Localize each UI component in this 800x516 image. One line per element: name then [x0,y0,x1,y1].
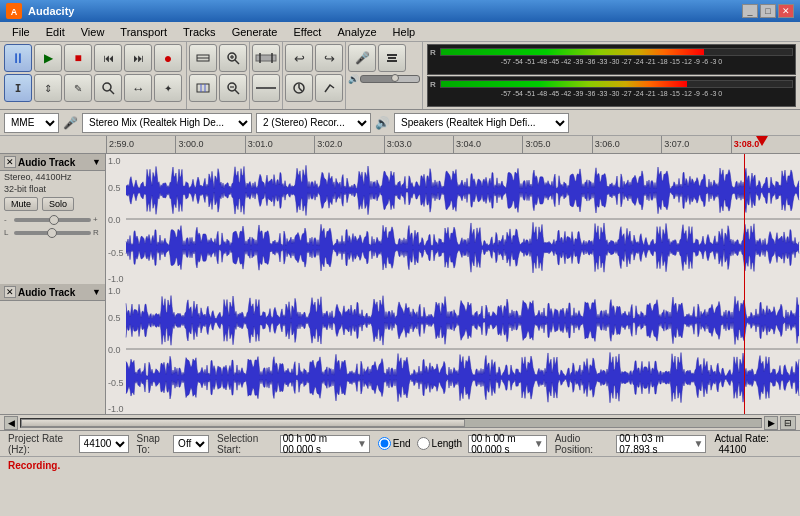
skip-start-button[interactable]: ⏮ [94,44,122,72]
draw-tool-button[interactable]: ✎ [64,74,92,102]
trim-button2[interactable] [285,74,313,102]
svg-rect-16 [256,55,276,61]
draw-mode-button[interactable] [315,74,343,102]
audio-position-value[interactable]: 00 h 03 m 07.893 s ▼ [616,435,706,453]
project-rate-select[interactable]: 44100 [79,435,129,453]
zoom-out-button[interactable] [219,74,247,102]
play-button[interactable]: ▶ [34,44,62,72]
scroll-track[interactable] [20,418,762,428]
driver-select[interactable]: MME [4,113,59,133]
maximize-button[interactable]: □ [760,4,776,18]
track-2-waveform[interactable] [106,284,800,414]
scroll-left-button[interactable]: ◀ [4,416,18,430]
track-1-dropdown[interactable]: ▼ [92,157,101,167]
end-value-text: 00 h 00 m 00.000 s [471,433,532,455]
actual-rate-field: Actual Rate: 44100 [714,433,792,455]
svg-line-14 [235,90,239,94]
selection-start-text: 00 h 00 m 00.000 s [283,433,355,455]
end-length-group: End Length 00 h 00 m 00.000 s ▼ [378,435,547,453]
mic-icon: 🎤 [63,116,78,130]
mic-volume-btn[interactable] [378,44,406,72]
ruler-mark: 3:03.0 [384,136,453,153]
end-radio[interactable] [378,437,391,450]
track-1-mute-button[interactable]: Mute [4,197,38,211]
collapse-button[interactable]: ⊟ [780,416,796,430]
menu-file[interactable]: File [4,24,38,40]
pause-button[interactable]: ⏸ [4,44,32,72]
playhead-marker[interactable] [756,136,768,146]
track-2-close-button[interactable]: ✕ [4,286,16,298]
ruler-mark: 3:02.0 [314,136,383,153]
redo-button[interactable]: ↪ [315,44,343,72]
timeshift-tool-button[interactable]: ↔ [124,74,152,102]
select-tool-button[interactable]: I [4,74,32,102]
window-controls: _ □ ✕ [742,4,794,18]
zoom-in-button[interactable] [219,44,247,72]
audio-position-label: Audio Position: [555,433,613,455]
track-1-pan-slider[interactable] [14,231,91,235]
project-rate-field: Project Rate (Hz): 44100 [8,433,129,455]
pan-label-l: L [4,228,12,237]
input-channels-select[interactable]: 2 (Stereo) Recor... [256,113,371,133]
gain-label: - [4,215,12,224]
project-rate-label: Project Rate (Hz): [8,433,75,455]
menu-tracks[interactable]: Tracks [175,24,224,40]
mic-icon-btn[interactable]: 🎤 [348,44,376,72]
close-button[interactable]: ✕ [778,4,794,18]
scroll-right-button[interactable]: ▶ [764,416,778,430]
scroll-thumb[interactable] [21,419,465,427]
stop-button[interactable]: ■ [64,44,92,72]
end-radio-option[interactable]: End [378,437,411,450]
skip-end-button[interactable]: ⏭ [124,44,152,72]
actual-rate-label: Actual Rate: [714,433,768,444]
snap-to-select[interactable]: Off [173,435,209,453]
svg-rect-10 [197,84,209,92]
minimize-button[interactable]: _ [742,4,758,18]
menu-edit[interactable]: Edit [38,24,73,40]
length-radio-option[interactable]: Length [417,437,463,450]
menu-view[interactable]: View [73,24,113,40]
track-area: ✕ Audio Track ▼ Stereo, 44100Hz 32-bit f… [0,154,800,414]
fit-project-button[interactable] [189,44,217,72]
audio-position-dropdown[interactable]: ▼ [694,438,704,449]
menu-effect[interactable]: Effect [286,24,330,40]
svg-line-3 [110,90,114,94]
undo-button[interactable]: ↩ [285,44,313,72]
track-1-solo-button[interactable]: Solo [42,197,74,211]
status-bar: Project Rate (Hz): 44100 Snap To: Off Se… [0,430,800,456]
track-1-label: ✕ Audio Track ▼ Stereo, 44100Hz 32-bit f… [0,154,106,284]
track-1-gain-slider[interactable] [14,218,91,222]
envelope-tool-button[interactable]: ⇕ [34,74,62,102]
selection-start-dropdown[interactable]: ▼ [357,438,367,449]
track-1-waveform[interactable] [106,154,800,284]
recording-status-bar: Recording. [0,456,800,474]
end-value-field[interactable]: 00 h 00 m 00.000 s ▼ [468,435,546,453]
ruler-mark: 3:00.0 [175,136,244,153]
snap-to-field: Snap To: Off [137,433,210,455]
track-2-dropdown[interactable]: ▼ [92,287,101,297]
silence-button[interactable] [252,74,280,102]
zoom-sel-button[interactable] [189,74,217,102]
menu-help[interactable]: Help [385,24,424,40]
record-button[interactable]: ● [154,44,182,72]
selection-start-value[interactable]: 00 h 00 m 00.000 s ▼ [280,435,370,453]
output-device-select[interactable]: Speakers (Realtek High Defi... [394,113,569,133]
trim-audio-button[interactable] [252,44,280,72]
length-radio[interactable] [417,437,430,450]
ruler-mark: 3:04.0 [453,136,522,153]
device-row: MME 🎤 Stereo Mix (Realtek High De... 2 (… [0,110,800,136]
track-1-close-button[interactable]: ✕ [4,156,16,168]
svg-line-22 [299,88,302,91]
track-2-header: ✕ Audio Track ▼ [0,284,105,301]
menu-analyze[interactable]: Analyze [329,24,384,40]
end-value-dropdown[interactable]: ▼ [534,438,544,449]
menu-bar: File Edit View Transport Tracks Generate… [0,22,800,42]
zoom-tool-button[interactable] [94,74,122,102]
horizontal-scrollbar: ◀ ▶ ⊟ [0,414,800,430]
menu-generate[interactable]: Generate [224,24,286,40]
track-2-playhead-line [744,284,745,414]
menu-transport[interactable]: Transport [112,24,175,40]
input-device-select[interactable]: Stereo Mix (Realtek High De... [82,113,252,133]
multi-tool-button[interactable]: ✦ [154,74,182,102]
audio-position-text: 00 h 03 m 07.893 s [619,433,691,455]
